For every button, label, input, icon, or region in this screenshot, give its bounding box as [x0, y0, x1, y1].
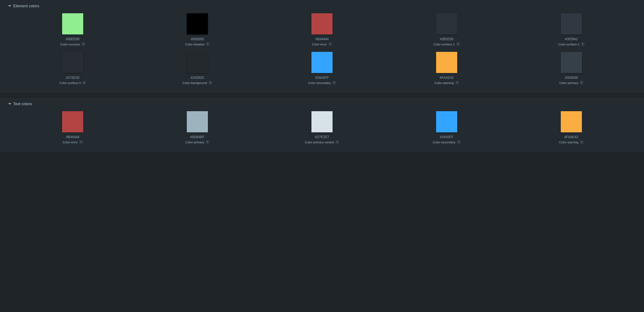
chevron-down-icon — [8, 103, 11, 105]
help-icon[interactable]: ? — [208, 81, 212, 85]
swatch-name: Color-primary-variant — [305, 140, 334, 144]
swatch-name: Color-error — [312, 43, 327, 46]
section-title: Element colors — [13, 4, 39, 8]
swatch-item: #FAAE42Color-warning? — [511, 111, 632, 144]
color-swatch[interactable] — [312, 111, 332, 132]
section-header[interactable]: Text colors — [8, 102, 636, 106]
swatch-name: Color-surface-2 — [558, 43, 580, 46]
swatch-name: Color-secondary — [308, 81, 331, 85]
swatch-name-row: Color-shadow? — [185, 42, 210, 46]
swatch-hex: #B44444 — [315, 37, 329, 41]
help-icon[interactable]: ? — [79, 140, 83, 144]
color-swatch[interactable] — [312, 52, 332, 73]
swatch-name: Color-warning — [434, 81, 454, 85]
color-swatch[interactable] — [561, 111, 582, 132]
help-icon[interactable]: ? — [206, 42, 210, 46]
swatch-hex: #90EE90 — [66, 37, 80, 41]
swatch-hex: #34A5FF — [315, 76, 329, 80]
color-swatch[interactable] — [312, 13, 332, 35]
help-icon[interactable]: ? — [580, 140, 584, 144]
chevron-down-icon — [8, 5, 11, 7]
help-icon[interactable]: ? — [580, 81, 583, 85]
swatch-item: #9DB4BFColor-primary? — [137, 111, 258, 144]
swatch-item: #2B3339Color-surface-1? — [386, 13, 507, 46]
color-section: Text colors#B44444Color-error?#9DB4BFCol… — [0, 98, 644, 152]
help-icon[interactable]: ? — [581, 42, 584, 46]
swatch-name: Color-error — [62, 140, 78, 144]
swatch-hex: #FAAE42 — [440, 76, 454, 80]
swatch-item: #B44444Color-error? — [12, 111, 133, 144]
swatch-hex: #D7E2E7 — [315, 135, 329, 139]
color-swatch[interactable] — [187, 13, 208, 35]
swatch-name-row: Color-surface-3? — [60, 81, 86, 85]
swatch-name-row: Color-surface-2? — [558, 42, 584, 46]
swatch-name-row: Color-secondary? — [308, 81, 336, 85]
swatch-name-row: Color-primary? — [185, 140, 209, 144]
swatch-hex: #9DB4BF — [190, 135, 204, 139]
help-icon[interactable]: ? — [82, 81, 86, 85]
swatch-name: Color-surface-1 — [434, 43, 455, 46]
swatch-name-row: Color-error? — [312, 42, 332, 46]
swatch-hex: #2B3339 — [440, 37, 453, 41]
color-swatch[interactable] — [187, 52, 208, 73]
color-swatch[interactable] — [436, 111, 457, 132]
swatch-name-row: Color-surface-1? — [434, 42, 460, 46]
help-icon[interactable]: ? — [82, 42, 85, 46]
help-icon[interactable]: ? — [336, 140, 339, 144]
color-swatch[interactable] — [62, 13, 83, 35]
swatch-hex: #B44444 — [66, 135, 79, 139]
swatch-hex: #354048 — [565, 76, 578, 80]
swatch-hex: #000000 — [191, 37, 204, 41]
swatch-name-row: Color-primary-variant? — [305, 140, 339, 144]
swatch-item: #B44444Color-error? — [262, 13, 382, 46]
swatch-hex: #34A5FF — [440, 135, 454, 139]
swatch-name-row: Color-primary? — [559, 81, 583, 85]
color-swatch[interactable] — [561, 52, 582, 73]
swatch-name: Color-surface-3 — [60, 81, 81, 85]
swatch-grid: #90EE90Color-success?#000000Color-shadow… — [8, 13, 636, 85]
swatch-name: Color-shadow — [185, 43, 204, 46]
swatch-name: Color-primary — [559, 81, 578, 85]
help-icon[interactable]: ? — [455, 81, 459, 85]
color-swatch[interactable] — [62, 52, 83, 73]
color-swatch[interactable] — [436, 52, 457, 73]
swatch-item: #34A5FFColor-secondary? — [386, 111, 507, 144]
color-swatch[interactable] — [187, 111, 208, 132]
swatch-name-row: Color-warning? — [559, 140, 584, 144]
swatch-hex: #FAAE42 — [564, 135, 578, 139]
swatch-name-row: Color-secondary? — [432, 140, 460, 144]
swatch-hex: #272D33 — [66, 76, 80, 80]
swatch-item: #D7E2E7Color-primary-variant? — [262, 111, 382, 144]
swatch-item: #90EE90Color-success? — [12, 13, 133, 46]
swatch-name-row: Color-success? — [60, 42, 85, 46]
section-header[interactable]: Element colors — [8, 4, 636, 8]
swatch-item: #FAAE42Color-warning? — [386, 52, 507, 85]
swatch-hex: #24292D — [191, 76, 204, 80]
swatch-item: #24292DColor-background? — [137, 52, 258, 85]
swatch-item: #34A5FFColor-secondary? — [262, 52, 382, 85]
swatch-name: Color-warning — [559, 140, 578, 144]
swatch-name: Color-background — [182, 81, 207, 85]
section-title: Text colors — [13, 102, 32, 106]
swatch-name: Color-primary — [185, 140, 204, 144]
swatch-item: #272D33Color-surface-3? — [12, 52, 133, 85]
color-section: Element colors#90EE90Color-success?#0000… — [0, 0, 644, 93]
swatch-name: Color-success — [60, 43, 80, 46]
color-swatch[interactable] — [436, 13, 457, 35]
swatch-item: #303942Color-surface-2? — [511, 13, 632, 46]
swatch-hex: #303942 — [565, 37, 578, 41]
help-icon[interactable]: ? — [456, 42, 460, 46]
swatch-name-row: Color-background? — [182, 81, 212, 85]
swatch-grid: #B44444Color-error?#9DB4BFColor-primary?… — [8, 111, 636, 144]
swatch-name-row: Color-warning? — [434, 81, 459, 85]
help-icon[interactable]: ? — [206, 140, 209, 144]
swatch-name: Color-secondary — [432, 140, 455, 144]
color-swatch[interactable] — [62, 111, 83, 132]
help-icon[interactable]: ? — [457, 140, 461, 144]
color-swatch[interactable] — [561, 13, 582, 35]
help-icon[interactable]: ? — [328, 42, 332, 46]
help-icon[interactable]: ? — [332, 81, 336, 85]
swatch-item: #000000Color-shadow? — [137, 13, 258, 46]
swatch-name-row: Color-error? — [62, 140, 83, 144]
swatch-item: #354048Color-primary? — [511, 52, 632, 85]
